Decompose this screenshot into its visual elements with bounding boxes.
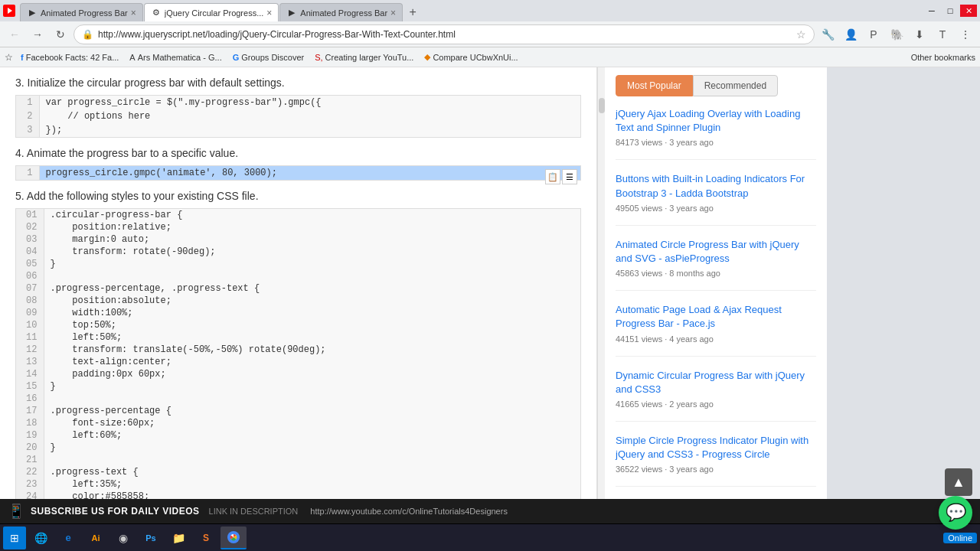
- tab-3[interactable]: ▶ Animated Progress Bar ×: [279, 3, 403, 21]
- code-row: 3 });: [16, 123, 580, 137]
- tab2-favicon: ⚙: [151, 8, 162, 18]
- copy-icon[interactable]: 📋: [545, 169, 560, 184]
- bookmark-groups-label: Groups Discover: [241, 53, 304, 62]
- scrollbar-thumb[interactable]: [599, 98, 605, 113]
- extensions-button[interactable]: 🔧: [818, 24, 838, 44]
- scrollbar[interactable]: [597, 67, 605, 499]
- sidebar-article-1-link[interactable]: Buttons with Built-in Loading Indicators…: [616, 173, 805, 198]
- sidebar-article-0-link[interactable]: jQuery Ajax Loading Overlay with Loading…: [616, 108, 800, 133]
- new-tab-button[interactable]: +: [403, 3, 422, 21]
- css-row: 14 padding:0px 60px;: [16, 368, 580, 380]
- start-button[interactable]: ⊞: [3, 527, 26, 549]
- sidebar-article-1: Buttons with Built-in Loading Indicators…: [616, 172, 816, 225]
- whatsapp-float-button[interactable]: 💬: [939, 496, 972, 530]
- bookmark-compare[interactable]: ◆ Compare UCbwXnUi...: [421, 51, 521, 64]
- address-bar[interactable]: 🔒 http://www.jqueryscript.net/loading/jQ…: [74, 24, 815, 44]
- css-row: 16: [16, 393, 580, 405]
- line-num-2: 2: [16, 109, 39, 123]
- taskbar-explorer[interactable]: e: [55, 527, 81, 549]
- bookmarks-bar: ☆ f Facebook Facts: 42 Fa... A Ars Mathe…: [0, 47, 980, 67]
- sidebar-article-2: Animated Circle Progress Bar with jQuery…: [616, 238, 816, 291]
- bookmark-ars[interactable]: A Ars Mathematica - G...: [126, 51, 224, 64]
- step4-desc: Animate the progress bar to a specific v…: [27, 147, 238, 159]
- tab-1[interactable]: ▶ Animated Progress Bar ×: [20, 3, 143, 21]
- css-row: 12 transform: translate(-50%,-50%) rotat…: [16, 344, 580, 356]
- link-label: LINK IN DESCRIPTION: [209, 507, 299, 516]
- step3-code-block: 1 var progress_circle = $(".my-progress-…: [15, 95, 581, 138]
- taskbar-sublime[interactable]: S: [193, 527, 219, 549]
- css-row: 10 top:50%;: [16, 319, 580, 331]
- app4-icon: ◉: [116, 531, 130, 545]
- close-button[interactable]: ✕: [960, 5, 977, 17]
- css-row: 07.progress-percentage, .progress-text {: [16, 282, 580, 295]
- tab3-favicon: ▶: [286, 8, 297, 18]
- tab-2[interactable]: ⚙ jQuery Circular Progress... ×: [144, 3, 279, 21]
- subscribe-text: SUBSCRIBE US FOR DAILY VIDEOS: [31, 506, 200, 517]
- css-row: 24 color:#585858;: [16, 491, 580, 499]
- sidebar-article-5-link[interactable]: Simple Circle Progress Indicator Plugin …: [616, 435, 808, 460]
- forward-button[interactable]: →: [28, 24, 47, 44]
- titlebar: ▶ Animated Progress Bar × ⚙ jQuery Circu…: [0, 0, 980, 21]
- main-content: 3. Initialize the circular progress bar …: [0, 67, 597, 499]
- sidebar-article-2-link[interactable]: Animated Circle Progress Bar with jQuery…: [616, 239, 799, 264]
- bookmark-star-icon[interactable]: ☆: [796, 28, 806, 41]
- css-row: 19 left:60%;: [16, 429, 580, 442]
- window-controls: ─ □ ✕: [923, 5, 977, 17]
- pinterest-button[interactable]: P: [864, 24, 884, 44]
- taskbar-app4[interactable]: ◉: [110, 527, 136, 549]
- step5-number: 5.: [15, 190, 24, 202]
- bookmark-facebook-label: Facebook Facts: 42 Fa...: [26, 53, 119, 62]
- user-button[interactable]: 👤: [841, 24, 861, 44]
- evernote-button[interactable]: 🐘: [887, 24, 906, 44]
- tab2-close[interactable]: ×: [266, 8, 272, 18]
- reload-button[interactable]: ↻: [51, 24, 70, 44]
- tab1-close[interactable]: ×: [131, 8, 136, 18]
- scroll-top-button[interactable]: ▲: [945, 468, 972, 496]
- minimize-button[interactable]: ─: [923, 5, 940, 17]
- css-row: 04 transform: rotate(-90deg);: [16, 246, 580, 258]
- address-text: http://www.jqueryscript.net/loading/jQue…: [98, 29, 792, 40]
- translate-button[interactable]: T: [933, 24, 952, 44]
- taskbar-chrome[interactable]: [220, 527, 247, 549]
- raw-icon[interactable]: ☰: [562, 169, 577, 184]
- illustrator-icon: Ai: [89, 531, 103, 545]
- sidebar-article-3-link[interactable]: Automatic Page Load & Ajax Request Progr…: [616, 304, 782, 329]
- line-num-1: 1: [16, 166, 39, 180]
- css-row: 22.progress-text {: [16, 466, 580, 478]
- step5-text: 5. Add the following styles to your exis…: [15, 190, 581, 202]
- bookmark-facebook[interactable]: f Facebook Facts: 42 Fa...: [18, 51, 122, 64]
- taskbar-ie[interactable]: 🌐: [28, 527, 54, 549]
- sidebar-article-1-meta: 49505 views · 3 years ago: [616, 204, 816, 213]
- css-row: 15}: [16, 380, 580, 393]
- step4-code-table: 1 progress_circle.gmpc('animate', 80, 30…: [16, 166, 580, 180]
- sidebar-tab-recommended[interactable]: Recommended: [693, 75, 778, 96]
- ars-favicon: A: [129, 53, 135, 62]
- sidebar-article-4-link[interactable]: Dynamic Circular Progress Bar with jQuer…: [616, 370, 805, 395]
- sidebar-tab-popular[interactable]: Most Popular: [616, 75, 693, 96]
- taskbar-illustrator[interactable]: Ai: [83, 527, 109, 549]
- whatsapp-float-icon: 💬: [946, 503, 966, 523]
- taskbar-folder[interactable]: 📁: [165, 527, 191, 549]
- back-button[interactable]: ←: [5, 24, 24, 44]
- facebook-favicon: f: [21, 53, 24, 62]
- css-row: 18 font-size:60px;: [16, 417, 580, 429]
- bookmark-creating[interactable]: S, Creating larger YouTu...: [312, 51, 416, 64]
- code-line-1: var progress_circle = $(".my-progress-ba…: [39, 96, 580, 109]
- menu-button[interactable]: ⋮: [956, 24, 975, 44]
- subscription-link[interactable]: http://www.youtube.com/c/OnlineTutorials…: [310, 507, 508, 516]
- other-bookmarks[interactable]: Other bookmarks: [911, 53, 975, 62]
- bookmark-groups[interactable]: G Groups Discover: [230, 51, 307, 64]
- taskbar-photoshop[interactable]: Ps: [138, 527, 164, 549]
- download-button[interactable]: ⬇: [910, 24, 929, 44]
- groups-favicon: G: [233, 53, 240, 62]
- code-line-highlighted: progress_circle.gmpc('animate', 80, 3000…: [39, 166, 580, 180]
- css-row: 06: [16, 270, 580, 282]
- navbar: ← → ↻ 🔒 http://www.jqueryscript.net/load…: [0, 21, 980, 47]
- css-row: 05}: [16, 258, 580, 270]
- sidebar-article-3-meta: 44151 views · 4 years ago: [616, 334, 816, 344]
- sidebar-article-5: Simple Circle Progress Indicator Plugin …: [616, 434, 816, 487]
- css-row: 08 position:absolute;: [16, 295, 580, 307]
- maximize-button[interactable]: □: [942, 5, 959, 17]
- tab3-close[interactable]: ×: [390, 8, 396, 18]
- step3-text: 3. Initialize the circular progress bar …: [15, 77, 581, 89]
